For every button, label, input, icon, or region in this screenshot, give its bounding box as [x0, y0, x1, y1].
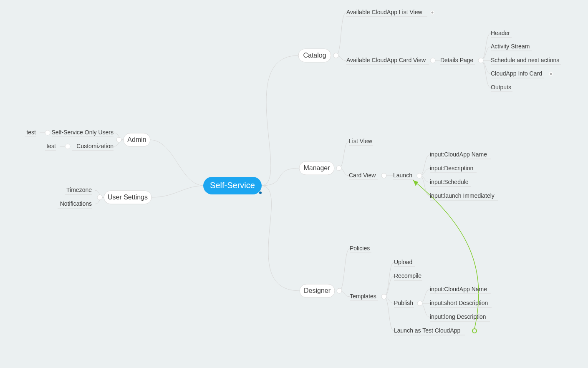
branch	[384, 262, 394, 297]
junction[interactable]	[430, 58, 435, 63]
root-node[interactable]: Self-Service	[203, 177, 262, 194]
launch-label: Launch	[393, 172, 412, 179]
designer-templates-label: Templates	[350, 293, 376, 300]
launch-desc-label: input:Description	[430, 165, 473, 171]
branch	[151, 186, 204, 197]
settings-notif-leaf[interactable]: Notifications	[58, 200, 92, 208]
details-header-leaf[interactable]: Header	[491, 30, 512, 38]
admin-label: Admin	[127, 136, 146, 143]
details-outputs-label: Outputs	[491, 84, 511, 91]
launch-immediate-leaf[interactable]: input:launch Immediately	[430, 192, 498, 200]
arrow-origin-ring	[472, 329, 477, 333]
admin-users-label: Self-Service Only Users	[51, 129, 114, 136]
launch-desc-leaf[interactable]: input:Description	[430, 165, 477, 173]
collapsed-indicator[interactable]	[431, 11, 434, 14]
junction[interactable]	[417, 173, 422, 178]
publish-name-label: input:CloudApp Name	[430, 286, 487, 292]
templates-upload-leaf[interactable]: Upload	[394, 259, 415, 267]
details-header-label: Header	[491, 30, 510, 36]
manager-cardview-leaf[interactable]: Card View	[349, 172, 378, 180]
publish-short-leaf[interactable]: input:short Description	[430, 300, 492, 308]
launch-name-label: input:CloudApp Name	[430, 151, 487, 158]
designer-label: Designer	[304, 287, 331, 294]
admin-custom-leaf[interactable]: Customization	[72, 143, 114, 151]
admin-node[interactable]: Admin	[124, 133, 150, 146]
launch-sched-leaf[interactable]: input:Schedule	[430, 179, 471, 187]
templates-recompile-leaf[interactable]: Recompile	[394, 272, 422, 280]
publish-long-label: input:long Description	[430, 313, 486, 320]
cross-link-arrow	[413, 180, 479, 329]
junction[interactable]	[333, 53, 338, 58]
templates-publish-label: Publish	[394, 300, 413, 306]
catalog-cardview-label: Available CloudApp Card View	[346, 57, 426, 63]
designer-node[interactable]: Designer	[300, 284, 335, 297]
branch	[384, 297, 394, 331]
branch	[419, 155, 430, 176]
junction[interactable]	[417, 301, 422, 306]
publish-name-leaf[interactable]: input:CloudApp Name	[430, 286, 491, 294]
branch	[481, 60, 491, 88]
details-infocard-label: CloudApp Info Card	[491, 70, 542, 77]
admin-users-test-leaf[interactable]: test	[25, 129, 36, 137]
details-activity-label: Activity Stream	[491, 43, 530, 50]
mindmap-canvas[interactable]: Self-Service Catalog Available CloudApp …	[0, 0, 588, 368]
manager-cardview-label: Card View	[349, 172, 376, 179]
launch-leaf[interactable]: Launch	[393, 172, 414, 180]
settings-tz-label: Timezone	[66, 187, 92, 193]
user-settings-label: User Settings	[108, 194, 148, 201]
details-infocard-leaf[interactable]: CloudApp Info Card	[491, 70, 544, 78]
designer-policies-leaf[interactable]: Policies	[350, 245, 371, 253]
templates-upload-label: Upload	[394, 259, 412, 265]
designer-policies-label: Policies	[350, 245, 370, 252]
manager-node[interactable]: Manager	[299, 161, 334, 175]
catalog-cardview-leaf[interactable]: Available CloudApp Card View	[346, 57, 429, 65]
junction[interactable]	[381, 173, 386, 178]
details-outputs-leaf[interactable]: Outputs	[491, 84, 512, 92]
catalog-label: Catalog	[303, 52, 326, 59]
admin-custom-label: Customization	[76, 143, 114, 149]
admin-custom-test-label: test	[46, 143, 56, 149]
junction[interactable]	[116, 137, 121, 142]
junction[interactable]	[45, 130, 50, 135]
catalog-node[interactable]: Catalog	[298, 49, 331, 62]
admin-users-leaf[interactable]: Self-Service Only Users	[51, 129, 114, 137]
arrow-head-icon	[413, 180, 418, 186]
junction[interactable]	[65, 144, 70, 149]
manager-label: Manager	[303, 164, 330, 171]
manager-listview-leaf[interactable]: List View	[349, 138, 373, 146]
root-corner-dot	[259, 192, 262, 194]
admin-users-test-label: test	[26, 129, 36, 136]
templates-launchtest-leaf[interactable]: Launch as Test CloudApp	[394, 327, 465, 335]
designer-templates-leaf[interactable]: Templates	[350, 293, 378, 301]
catalog-listview-label: Available CloudApp List View	[346, 9, 422, 15]
details-schedule-label: Schedule and next actions	[491, 57, 559, 63]
settings-tz-leaf[interactable]: Timezone	[65, 187, 92, 194]
publish-short-label: input:short Description	[430, 300, 488, 306]
details-activity-leaf[interactable]: Activity Stream	[491, 43, 532, 51]
junction[interactable]	[337, 288, 342, 293]
catalog-listview-leaf[interactable]: Available CloudApp List View	[346, 9, 427, 17]
admin-custom-test-leaf[interactable]: test	[45, 143, 56, 151]
settings-notif-label: Notifications	[60, 200, 92, 207]
publish-long-leaf[interactable]: input:long Description	[430, 313, 490, 321]
branch	[149, 140, 204, 186]
launch-name-leaf[interactable]: input:CloudApp Name	[430, 151, 491, 159]
branch	[261, 55, 298, 186]
details-schedule-leaf[interactable]: Schedule and next actions	[491, 57, 561, 65]
templates-recompile-label: Recompile	[394, 272, 421, 279]
root-label: Self-Service	[210, 181, 255, 190]
junction[interactable]	[336, 166, 341, 171]
branch	[336, 13, 346, 55]
manager-listview-label: List View	[349, 138, 373, 144]
launch-sched-label: input:Schedule	[430, 179, 469, 185]
junction[interactable]	[381, 294, 386, 299]
branch	[339, 249, 350, 291]
details-page-leaf[interactable]: Details Page	[440, 57, 475, 65]
collapsed-indicator[interactable]	[550, 73, 553, 76]
junction[interactable]	[478, 58, 483, 63]
templates-launchtest-label: Launch as Test CloudApp	[394, 327, 461, 334]
junction[interactable]	[97, 195, 102, 200]
templates-publish-leaf[interactable]: Publish	[394, 300, 414, 308]
user-settings-node[interactable]: User Settings	[104, 191, 151, 204]
branch	[339, 141, 349, 168]
